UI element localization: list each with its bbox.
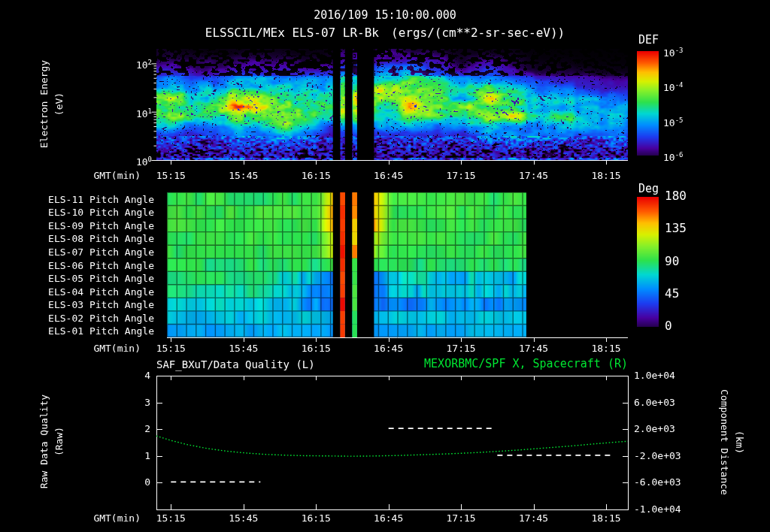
pitch-row-label-4: ELS-07 Pitch Angle bbox=[45, 246, 154, 258]
km-axis-tick-0: 1.0e+04 bbox=[634, 370, 694, 381]
energy-axis-units-label: (eV) bbox=[53, 0, 65, 217]
deg-colorbar-tick-4: 0 bbox=[665, 320, 698, 331]
energy-tick-2-text: 10 bbox=[136, 156, 148, 168]
time-tick-row1-6: 18:15 bbox=[589, 343, 623, 354]
energy-tick-1: 101 bbox=[119, 106, 152, 119]
time-tick-row2-4: 17:15 bbox=[444, 512, 478, 524]
time-tick-row2-1: 15:45 bbox=[226, 512, 261, 524]
def-colorbar-tick-2: 10-5 bbox=[663, 115, 708, 128]
pitch-row-label-8: ELS-03 Pitch Angle bbox=[45, 299, 154, 310]
time-tick-row1-3: 16:45 bbox=[371, 343, 406, 354]
page-title: 2016/109 15:10:00.000 bbox=[0, 10, 770, 21]
def-colorbar-tick-0-text: 10 bbox=[663, 47, 675, 59]
energy-axis-label: Electron Energy bbox=[38, 0, 50, 217]
energy-tick-0-text: 2 bbox=[148, 59, 152, 66]
pitch-row-label-1: ELS-10 Pitch Angle bbox=[45, 207, 154, 218]
time-tick-row2-2: 16:15 bbox=[299, 512, 333, 524]
gmt-axis-label-middle: GMT(min) bbox=[80, 343, 141, 354]
time-tick-row2-5: 17:45 bbox=[517, 512, 551, 524]
km-axis-tick-4: -6.0e+03 bbox=[634, 476, 694, 488]
pitch-row-label-10: ELS-01 Pitch Angle bbox=[45, 325, 154, 337]
deg-colorbar-tick-3: 45 bbox=[665, 288, 698, 299]
pitch-row-label-7: ELS-04 Pitch Angle bbox=[45, 286, 154, 298]
pitch-row-label-3: ELS-08 Pitch Angle bbox=[45, 233, 154, 244]
km-axis-tick-1: 6.0e+03 bbox=[634, 397, 694, 408]
deg-colorbar-tick-0: 180 bbox=[665, 190, 698, 201]
raw-quality-axis-units-label: (Raw) bbox=[53, 329, 65, 532]
time-tick-row1-0: 15:15 bbox=[153, 343, 188, 354]
time-tick-row0-5: 17:45 bbox=[517, 170, 551, 181]
km-axis-tick-5: -1.0e+04 bbox=[634, 503, 694, 515]
raw-axis-tick-3: 1 bbox=[126, 450, 150, 461]
time-tick-row2-3: 16:45 bbox=[371, 512, 406, 524]
time-tick-row2-0: 15:15 bbox=[153, 512, 188, 524]
deg-colorbar-tick-1: 135 bbox=[665, 222, 698, 234]
km-axis-tick-3: -2.0e+03 bbox=[634, 450, 694, 461]
def-colorbar-tick-3: 10-6 bbox=[663, 150, 708, 163]
deg-colorbar-label: Deg bbox=[638, 183, 659, 195]
time-tick-row0-6: 18:15 bbox=[589, 170, 623, 181]
pitch-row-label-2: ELS-09 Pitch Angle bbox=[45, 220, 154, 231]
raw-quality-axis-label: Raw Data Quality bbox=[38, 329, 50, 532]
def-colorbar-tick-0-text: -3 bbox=[675, 47, 684, 54]
deg-colorbar-tick-2: 90 bbox=[665, 255, 698, 267]
time-tick-row1-1: 15:45 bbox=[226, 343, 261, 354]
time-tick-row0-1: 15:45 bbox=[226, 170, 261, 181]
energy-tick-2-text: 0 bbox=[148, 156, 152, 163]
def-colorbar-tick-1-text: 10 bbox=[663, 82, 675, 93]
raw-axis-tick-2: 2 bbox=[126, 423, 150, 434]
def-colorbar-tick-1: 10-4 bbox=[663, 80, 708, 93]
def-colorbar-label: DEF bbox=[638, 35, 659, 46]
energy-tick-1-text: 1 bbox=[148, 107, 152, 115]
def-colorbar-tick-3-text: -6 bbox=[675, 151, 684, 159]
time-tick-row1-5: 17:45 bbox=[517, 343, 551, 354]
pitch-row-label-5: ELS-06 Pitch Angle bbox=[45, 260, 154, 271]
raw-axis-tick-4: 0 bbox=[126, 476, 150, 488]
energy-tick-2: 100 bbox=[119, 154, 152, 168]
pitch-row-label-0: ELS-11 Pitch Angle bbox=[45, 194, 154, 205]
pitch-angle-heatmap-canvas bbox=[167, 192, 628, 337]
spectrogram-title-text: ELSSCIL/MEx ELS-07 LR-Bk bbox=[205, 26, 379, 40]
pitch-row-label-6: ELS-05 Pitch Angle bbox=[45, 273, 154, 284]
spectrogram-units-text: (ergs/(cm**2-sr-sec-eV)) bbox=[391, 26, 565, 40]
raw-axis-tick-0: 4 bbox=[126, 370, 150, 381]
els-data-browser: 2016/109 15:10:00.000 ELSSCIL/MEx ELS-07… bbox=[0, 0, 770, 532]
gmt-axis-label-top: GMT(min) bbox=[80, 170, 141, 181]
electron-energy-spectrogram-canvas bbox=[156, 49, 628, 160]
spacecraft-series-title: MEXORBMC/SPF X, Spacecraft (R) bbox=[376, 358, 628, 370]
time-tick-row0-2: 16:15 bbox=[299, 170, 333, 181]
raw-axis-tick-1: 3 bbox=[126, 397, 150, 408]
def-colorbar-tick-3-text: 10 bbox=[663, 152, 675, 163]
time-tick-row0-4: 17:15 bbox=[444, 170, 478, 181]
time-tick-row2-6: 18:15 bbox=[589, 512, 623, 524]
energy-tick-1-text: 10 bbox=[136, 108, 148, 119]
time-tick-row0-0: 15:15 bbox=[153, 170, 188, 181]
pitch-row-label-9: ELS-02 Pitch Angle bbox=[45, 313, 154, 324]
gmt-axis-label-bottom: GMT(min) bbox=[80, 512, 141, 524]
time-tick-row1-2: 16:15 bbox=[299, 343, 333, 354]
def-colorbar-tick-2-text: -5 bbox=[675, 116, 684, 124]
energy-tick-0-text: 10 bbox=[136, 59, 148, 71]
energy-tick-0: 102 bbox=[119, 57, 152, 71]
def-colorbar-tick-2-text: 10 bbox=[663, 117, 675, 128]
def-colorbar-tick-1-text: -4 bbox=[675, 81, 684, 89]
def-colorbar-tick-0: 10-3 bbox=[663, 45, 708, 59]
component-distance-units-label: (km) bbox=[734, 330, 745, 532]
km-axis-tick-2: 2.0e+03 bbox=[634, 423, 694, 434]
time-tick-row1-4: 17:15 bbox=[444, 343, 478, 354]
component-distance-axis-label: Component Distance bbox=[719, 330, 730, 532]
quality-series-title: SAF_BXuT/Data Quality (L) bbox=[156, 359, 315, 370]
time-tick-row0-3: 16:45 bbox=[371, 170, 406, 181]
